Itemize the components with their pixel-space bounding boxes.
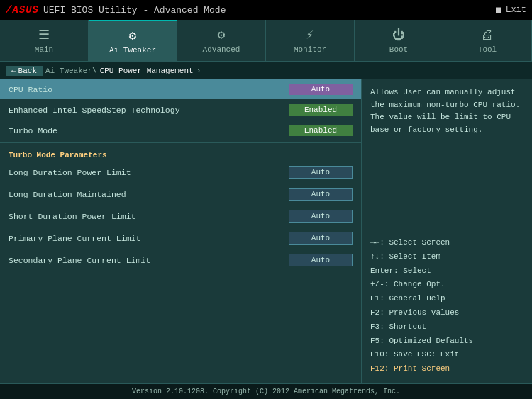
shortcut-enter: Enter: Select (370, 264, 523, 279)
tab-tool[interactable]: 🖨 Tool (443, 20, 532, 61)
monitor-tab-icon: ⚡ (306, 27, 314, 43)
tab-tool-label: Tool (478, 45, 497, 54)
long-duration-power-value: Auto (289, 166, 353, 179)
setting-cpu-ratio[interactable]: CPU Ratio Auto (0, 79, 361, 100)
turbo-mode-value: Enabled (289, 125, 353, 136)
setting-secondary-plane[interactable]: Secondary Plane Current Limit Auto (0, 249, 361, 271)
shortcut-select-screen: →←: Select Screen (370, 236, 523, 250)
setting-long-duration-maintained[interactable]: Long Duration Maintained Auto (0, 184, 361, 206)
cpu-ratio-value: Auto (289, 84, 353, 95)
short-duration-power-label: Short Duration Power Limit (9, 212, 135, 221)
shortcut-change-opt: +/-: Change Opt. (370, 278, 523, 292)
cpu-ratio-label: CPU Ratio (9, 85, 52, 94)
back-arrow-icon: ← (11, 67, 16, 75)
turbo-params-section: Turbo Mode Parameters (0, 145, 361, 162)
breadcrumb-arrow: › (196, 67, 201, 75)
secondary-plane-label: Secondary Plane Current Limit (9, 256, 150, 265)
right-panel: Allows User can manually adjust the maxi… (362, 79, 532, 383)
shortcut-f12: F12: Print Screen (370, 362, 523, 376)
setting-speedstep[interactable]: Enhanced Intel SpeedStep Technology Enab… (0, 100, 361, 120)
logo-area: /ASUS UEFI BIOS Utility - Advanced Mode (6, 4, 226, 16)
tab-advanced[interactable]: ⚙ Advanced (177, 20, 266, 61)
long-duration-maintained-value: Auto (289, 188, 353, 201)
tab-ai-tweaker[interactable]: ⚙ Ai Tweaker (89, 20, 177, 61)
tab-advanced-label: Advanced (203, 45, 240, 54)
breadcrumb-path1: Ai Tweaker\ (45, 67, 97, 75)
shortcut-f2: F2: Previous Values (370, 306, 523, 320)
shortcut-f5: F5: Optimized Defaults (370, 335, 523, 349)
speedstep-label: Enhanced Intel SpeedStep Technology (9, 106, 180, 115)
tab-main[interactable]: ☰ Main (0, 20, 89, 61)
turbo-mode-label: Turbo Mode (9, 126, 57, 135)
exit-button[interactable]: ⏹ Exit (494, 5, 526, 16)
main-tab-icon: ☰ (38, 27, 50, 43)
tab-main-label: Main (35, 45, 53, 54)
left-panel: CPU Ratio Auto Enhanced Intel SpeedStep … (0, 79, 362, 383)
help-text: Allows User can manually adjust the maxi… (370, 86, 523, 136)
turbo-params-label: Turbo Mode Parameters (9, 151, 107, 159)
setting-primary-plane[interactable]: Primary Plane Current Limit Auto (0, 227, 361, 249)
long-duration-power-label: Long Duration Power Limit (9, 168, 131, 177)
speedstep-value: Enabled (289, 104, 353, 116)
ai-tweaker-tab-icon: ⚙ (129, 28, 137, 43)
tab-boot[interactable]: ⏻ Boot (355, 20, 443, 61)
footer: Version 2.10.1208. Copyright (C) 2012 Am… (0, 383, 532, 399)
footer-text: Version 2.10.1208. Copyright (C) 2012 Am… (132, 388, 400, 395)
tab-ai-tweaker-label: Ai Tweaker (109, 46, 156, 55)
shortcut-list: →←: Select Screen ↑↓: Select Item Enter:… (370, 236, 523, 376)
primary-plane-label: Primary Plane Current Limit (9, 234, 140, 243)
tab-boot-label: Boot (389, 45, 408, 54)
shortcut-f3: F3: Shortcut (370, 320, 523, 335)
back-label: Back (18, 67, 37, 75)
boot-tab-icon: ⏻ (392, 28, 405, 43)
short-duration-power-value: Auto (289, 210, 353, 223)
primary-plane-value: Auto (289, 232, 353, 245)
advanced-tab-icon: ⚙ (218, 27, 226, 43)
exit-label: Exit (506, 5, 526, 15)
breadcrumb: ← Back Ai Tweaker\ CPU Power Management … (0, 62, 532, 79)
breadcrumb-current: CPU Power Management (100, 67, 194, 75)
setting-turbo-mode[interactable]: Turbo Mode Enabled (0, 120, 361, 141)
back-button[interactable]: ← Back (6, 66, 43, 76)
setting-long-duration-power[interactable]: Long Duration Power Limit Auto (0, 162, 361, 184)
nav-tabs: ☰ Main ⚙ Ai Tweaker ⚙ Advanced ⚡ Monitor… (0, 20, 532, 62)
tab-monitor[interactable]: ⚡ Monitor (266, 20, 355, 61)
exit-icon: ⏹ (494, 5, 503, 16)
long-duration-maintained-label: Long Duration Maintained (9, 190, 126, 199)
setting-short-duration-power[interactable]: Short Duration Power Limit Auto (0, 206, 361, 227)
shortcut-f1: F1: General Help (370, 292, 523, 306)
asus-logo: /ASUS (6, 4, 39, 16)
top-bar: /ASUS UEFI BIOS Utility - Advanced Mode … (0, 0, 532, 20)
divider (0, 142, 361, 143)
secondary-plane-value: Auto (289, 254, 353, 266)
bios-title: UEFI BIOS Utility - Advanced Mode (43, 5, 226, 16)
tab-monitor-label: Monitor (294, 45, 326, 54)
shortcut-select-item: ↑↓: Select Item (370, 250, 523, 264)
tool-tab-icon: 🖨 (481, 28, 494, 43)
shortcut-f10: F10: Save ESC: Exit (370, 348, 523, 362)
main-content: CPU Ratio Auto Enhanced Intel SpeedStep … (0, 79, 532, 383)
